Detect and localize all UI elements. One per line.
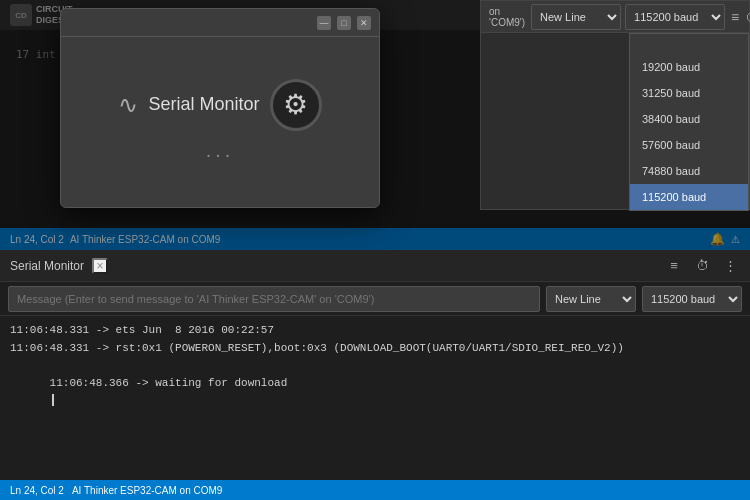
baud-option-9600[interactable]: [630, 34, 748, 54]
output-area[interactable]: 11:06:48.331 -> ets Jun 8 2016 00:22:57 …: [0, 316, 750, 480]
gear-icon-circle: ⚙: [270, 79, 322, 131]
serial-monitor-title: Serial Monitor: [10, 259, 84, 273]
baud-option-38400[interactable]: 38400 baud: [630, 106, 748, 132]
baud-option-57600[interactable]: 57600 baud: [630, 132, 748, 158]
baud-option-19200[interactable]: 19200 baud: [630, 54, 748, 80]
newline-select-top[interactable]: New Line: [531, 4, 621, 30]
dialog-close-button[interactable]: ✕: [357, 16, 371, 30]
cursor: [52, 394, 54, 406]
dialog-titlebar: — □ ✕: [61, 9, 379, 37]
serial-monitor-dialog: — □ ✕ ∿ Serial Monitor ⚙ ···: [60, 8, 380, 208]
clock-icon-bottom[interactable]: ⏱: [692, 256, 712, 276]
output-line-1: 11:06:48.331 -> ets Jun 8 2016 00:22:57: [10, 322, 740, 340]
baud-option-31250[interactable]: 31250 baud: [630, 80, 748, 106]
clock-icon-top[interactable]: ⏱: [745, 7, 750, 27]
dialog-controls: — □ ✕: [317, 16, 371, 30]
dialog-title-text: Serial Monitor: [148, 94, 259, 115]
dialog-maximize-button[interactable]: □: [337, 16, 351, 30]
right-panel: on 'COM9') New Line 115200 baud ≡ ⏱ ⋮ 19…: [480, 0, 750, 210]
baud-dropdown: 19200 baud 31250 baud 38400 baud 57600 b…: [629, 33, 749, 211]
lines-icon-top[interactable]: ≡: [731, 7, 739, 27]
baud-select-top[interactable]: 115200 baud: [625, 4, 725, 30]
status-device-bottom: AI Thinker ESP32-CAM on COM9: [72, 485, 222, 496]
baud-option-115200[interactable]: 115200 baud: [630, 184, 748, 210]
serial-monitor-header: Serial Monitor × ≡ ⏱ ⋮: [0, 250, 750, 282]
message-input[interactable]: [8, 286, 540, 312]
baud-option-74880[interactable]: 74880 baud: [630, 158, 748, 184]
top-section: CD CIRCUIT DIGEST 17 int brightness = 0;…: [0, 0, 750, 250]
menu-icon-bottom[interactable]: ⋮: [720, 256, 740, 276]
newline-select-bottom[interactable]: New Line: [546, 286, 636, 312]
right-panel-top: on 'COM9') New Line 115200 baud ≡ ⏱ ⋮: [481, 1, 749, 33]
dialog-dots: ···: [206, 143, 235, 166]
lines-icon-bottom[interactable]: ≡: [664, 256, 684, 276]
bottom-section: Serial Monitor × ≡ ⏱ ⋮ New Line 115200 b…: [0, 250, 750, 500]
input-row: New Line 115200 baud: [0, 282, 750, 316]
dialog-minimize-button[interactable]: —: [317, 16, 331, 30]
output-line-3: 11:06:48.366 -> waiting for download: [10, 357, 740, 427]
wave-icon: ∿: [118, 91, 138, 119]
baud-select-bottom[interactable]: 115200 baud: [642, 286, 742, 312]
output-line-2: 11:06:48.331 -> rst:0x1 (POWERON_RESET),…: [10, 340, 740, 358]
dialog-content: ∿ Serial Monitor ⚙ ···: [61, 37, 379, 207]
header-icons: ≡ ⏱ ⋮: [664, 256, 740, 276]
bottom-statusbar: Ln 24, Col 2 AI Thinker ESP32-CAM on COM…: [0, 480, 750, 500]
monitor-label: on 'COM9'): [489, 6, 525, 28]
controls-row: New Line 115200 baud: [531, 4, 725, 30]
gear-icon: ⚙: [283, 88, 308, 121]
dialog-title-row: ∿ Serial Monitor ⚙: [118, 79, 321, 131]
close-serial-button[interactable]: ×: [92, 258, 108, 274]
status-position-bottom: Ln 24, Col 2: [10, 485, 64, 496]
